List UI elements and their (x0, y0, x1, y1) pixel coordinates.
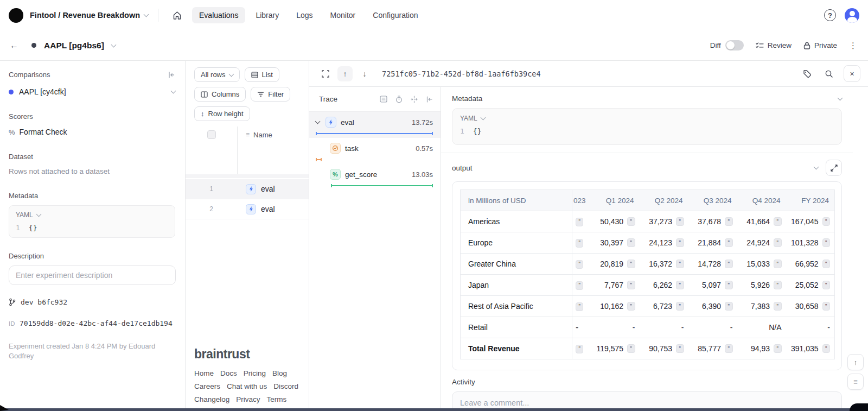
quote-icon (822, 238, 830, 247)
tab-evaluations[interactable]: Evaluations (192, 7, 245, 23)
trace-span-eval[interactable]: eval 13.72s (309, 112, 441, 138)
column-header: Q3 2024 (688, 190, 737, 211)
diff-toggle[interactable] (725, 40, 744, 50)
caret-down-icon[interactable] (315, 119, 321, 124)
table-row: Greater China 20,819 16,372 14,728 15,03… (461, 254, 835, 275)
span-detail-header: ↑ ↓ 7251fc05-71b2-452d-bf8d-1aaf6fb39ce4 (309, 61, 868, 87)
footer-link-discord[interactable]: Discord (273, 382, 298, 390)
filter-button[interactable]: Filter (251, 87, 290, 102)
collapse-panel-icon[interactable] (426, 96, 433, 103)
table-row[interactable]: 2 eval (186, 199, 309, 219)
review-button[interactable]: Review (756, 41, 792, 49)
table-row[interactable]: 1 eval (186, 179, 309, 199)
fullscreen-button[interactable] (318, 66, 333, 81)
footer-link-pricing[interactable]: Pricing (244, 369, 266, 377)
search-button[interactable] (822, 67, 836, 81)
span-duration: 0.57s (416, 144, 433, 153)
quote-icon (774, 344, 781, 353)
braintrust-logo-icon[interactable] (9, 8, 23, 23)
collapse-panel-icon[interactable] (168, 72, 175, 78)
private-label: Private (814, 41, 837, 49)
metadata-yaml-editor[interactable]: YAML 1 {} (452, 108, 842, 145)
breadcrumb[interactable]: Fintool / Revenue Breakdown (30, 11, 148, 20)
quote-icon (774, 281, 781, 289)
metadata-yaml-editor[interactable]: YAML 1 {} (9, 205, 175, 238)
quote-icon (676, 281, 684, 289)
span-list-icon[interactable] (380, 96, 387, 103)
more-menu-button[interactable]: ⋮ (849, 41, 857, 50)
chevron-down-icon[interactable] (111, 42, 116, 47)
truncated-column-header: 023 (572, 190, 591, 211)
scorer-name: Format Check (20, 128, 67, 136)
all-rows-dropdown[interactable]: All rows (194, 67, 240, 82)
tag-icon (803, 69, 812, 78)
select-all-checkbox[interactable] (207, 130, 216, 139)
tag-button[interactable] (800, 67, 814, 81)
column-header: FY 2024 (786, 190, 835, 211)
cell-value: 21,884 (698, 238, 721, 247)
column-header: Q1 2024 (591, 190, 640, 211)
footer-link-blog[interactable]: Blog (272, 369, 287, 377)
quote-icon (725, 344, 732, 353)
tab-library[interactable]: Library (248, 7, 286, 23)
yaml-mode-select[interactable]: YAML (16, 211, 33, 219)
description-input[interactable] (9, 265, 176, 285)
yaml-mode-select[interactable]: YAML (460, 115, 477, 122)
chevron-down-icon[interactable] (838, 95, 843, 100)
footer-link-changelog[interactable]: Changelog (194, 395, 229, 403)
quote-icon (576, 281, 583, 290)
experiment-title[interactable]: AAPL [pg4bs6] (44, 41, 104, 50)
activity-menu-button[interactable]: ≡ (847, 374, 864, 390)
footer-link-home[interactable]: Home (194, 369, 214, 377)
footer-link-chat[interactable]: Chat with us (227, 382, 267, 390)
footer-link-terms[interactable]: Terms (267, 395, 287, 403)
cell-value: 6,390 (702, 302, 721, 311)
scroll-top-button[interactable]: ↑ (847, 354, 864, 370)
window-bottom-edge (0, 408, 868, 411)
tab-monitor[interactable]: Monitor (323, 7, 363, 23)
name-column-header[interactable]: Name (253, 131, 272, 139)
row-index: 2 (186, 205, 237, 213)
footer-link-docs[interactable]: Docs (220, 369, 237, 377)
align-spans-icon[interactable] (411, 96, 418, 103)
trace-span-get-score[interactable]: % get_score 13.03s (309, 164, 441, 190)
output-table-card[interactable]: in Millions of USD 023 Q1 2024 Q2 2024 Q… (452, 181, 842, 370)
quote-icon (676, 260, 684, 268)
back-button[interactable]: ← (10, 41, 18, 50)
trace-span-task[interactable]: task 0.57s (309, 138, 441, 164)
quote-icon (822, 281, 830, 289)
quote-icon (774, 217, 781, 226)
columns-button[interactable]: Columns (194, 87, 246, 102)
row-height-label: Row height (208, 110, 244, 118)
cell-value: 94,93 (751, 344, 770, 353)
close-panel-button[interactable]: × (844, 65, 860, 82)
row-height-button[interactable]: ↕ Row height (194, 106, 250, 121)
comment-input[interactable] (460, 399, 834, 407)
region-label: Japan (461, 275, 572, 296)
private-button[interactable]: Private (803, 41, 837, 49)
chevron-down-icon[interactable] (814, 165, 819, 170)
quote-icon (676, 344, 684, 353)
scorer-item[interactable]: % Format Check (9, 128, 175, 136)
revenue-table: in Millions of USD 023 Q1 2024 Q2 2024 Q… (460, 189, 835, 359)
avatar[interactable] (845, 8, 859, 23)
footer-link-privacy[interactable]: Privacy (236, 395, 260, 403)
expand-output-button[interactable] (826, 160, 842, 176)
next-row-button[interactable]: ↓ (357, 66, 372, 81)
created-text: Experiment created Jan 8 4:24 PM by Edou… (9, 342, 171, 361)
previous-row-button[interactable]: ↑ (337, 66, 353, 81)
tab-configuration[interactable]: Configuration (366, 7, 425, 23)
help-icon[interactable]: ? (824, 9, 836, 21)
timer-icon[interactable] (395, 96, 403, 103)
table-row: Rest of Asia Pacific 10,162 6,723 6,390 … (461, 296, 835, 317)
quote-icon (725, 260, 732, 268)
footer-link-careers[interactable]: Careers (194, 382, 220, 390)
tab-logs[interactable]: Logs (289, 7, 320, 23)
quote-icon (725, 238, 732, 247)
quote-icon (576, 239, 583, 248)
list-view-button[interactable]: List (245, 67, 279, 82)
comparison-experiment[interactable]: AAPL [cy4cfk] (9, 87, 175, 96)
quote-icon (676, 238, 684, 247)
home-button[interactable] (168, 7, 186, 24)
line-number: 1 (460, 127, 464, 135)
